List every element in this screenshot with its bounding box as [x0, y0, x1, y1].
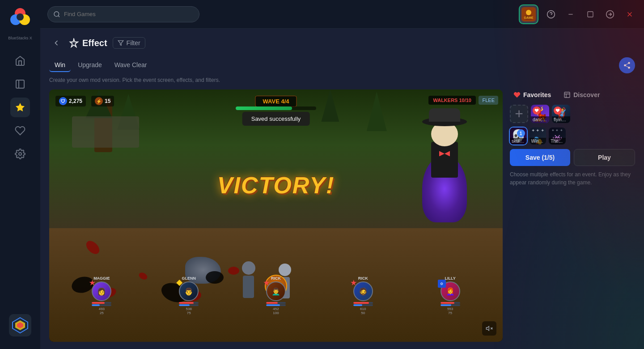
main-content: GAME [40, 0, 644, 349]
svg-point-3 [17, 13, 24, 21]
svg-line-28 [626, 66, 628, 67]
game-area: 🛡 2,275 ⚡ 15 WAVE 4/4 [49, 89, 503, 342]
saved-toast: Saved successfully [242, 112, 310, 126]
topbar-right: GAME [519, 4, 637, 24]
topbar: GAME [40, 0, 644, 29]
forward-button[interactable] [603, 7, 617, 21]
sidebar-item-home[interactable] [10, 51, 30, 71]
bluestacks-bottom-icon [9, 314, 31, 336]
sidebar-item-favorites[interactable] [10, 121, 30, 140]
wave-banner: WAVE 4/4 [255, 96, 297, 107]
resource-energy: ⚡ 15 [91, 96, 114, 106]
bluestacks-logo-text: BlueStacks X [8, 36, 32, 40]
filter-icon [118, 40, 124, 46]
bluestacks-logo [8, 5, 32, 30]
favorites-heart-icon [513, 91, 521, 98]
subtitle: Create your own mod version. Pick the ev… [49, 77, 635, 83]
tab-win[interactable]: Win [49, 59, 71, 72]
flee-badge: FLEE [479, 96, 498, 105]
effect-card-these[interactable]: ✦ ✦ ✦ 👾 These ar... [549, 128, 566, 145]
effect-icon [69, 38, 79, 48]
info-text: Choose multiple effects for an event. En… [510, 170, 635, 187]
svg-point-25 [628, 62, 630, 64]
effects-row-1: + 💃 dancing-l... [510, 105, 635, 123]
back-button[interactable] [49, 36, 64, 50]
resources-display: 🛡 2,275 ⚡ 15 [55, 96, 114, 106]
svg-rect-33 [564, 92, 570, 98]
wave-health-fill [236, 106, 292, 110]
close-button[interactable] [623, 7, 637, 21]
help-button[interactable] [544, 7, 558, 21]
character-rick2: RICK 🧔 610 50 [353, 276, 373, 315]
main-layout: 🛡 2,275 ⚡ 15 WAVE 4/4 [49, 89, 635, 342]
svg-point-5 [19, 153, 21, 155]
search-icon [53, 11, 60, 18]
selected-badge: 1 [517, 129, 525, 137]
header-row: Effect Filter [49, 36, 635, 50]
effect-card-win[interactable]: ✦ ✦ ✦ 🎭 Win of Mi... [530, 128, 547, 145]
characters-row: MAGGIE 👩 493 25 [49, 276, 503, 315]
discover-icon [564, 91, 571, 98]
walkers-badge: WALKERS 10/10 [428, 96, 476, 105]
filter-button[interactable]: Filter [113, 37, 145, 49]
sidebar-item-library[interactable] [10, 74, 30, 94]
svg-rect-19 [588, 12, 593, 17]
play-button[interactable]: Play [574, 149, 635, 166]
share-button[interactable] [619, 57, 635, 73]
search-input[interactable] [64, 11, 194, 17]
character-maggie: MAGGIE 👩 493 25 [92, 276, 111, 315]
wave-health-bar [236, 106, 316, 110]
sidebar: BlueStacks X [0, 0, 40, 349]
supplies-icon: 🛡 [59, 97, 67, 105]
sidebar-item-rewards[interactable] [10, 98, 30, 117]
svg-text:GAME: GAME [524, 16, 534, 19]
right-panel: Favorites Discover + [510, 89, 635, 342]
svg-point-27 [628, 67, 630, 69]
action-buttons: Save (1/5) Play [510, 149, 635, 166]
resource-supplies: 🛡 2,275 [55, 96, 86, 106]
effect-card-dancing[interactable]: 💃 dancing-l... [531, 105, 549, 123]
effect-card-skull[interactable]: 💀 skull-dar... 1 [510, 128, 527, 145]
svg-marker-30 [486, 326, 489, 330]
add-effect-button[interactable]: + [510, 105, 528, 123]
victory-text: VICTORY! [217, 172, 335, 199]
minimize-button[interactable] [564, 7, 578, 21]
svg-point-13 [526, 10, 531, 15]
sidebar-item-settings[interactable] [10, 144, 30, 164]
effects-row-2: 💀 skull-dar... 1 ✦ ✦ ✦ 🎭 [510, 128, 635, 145]
mute-button[interactable] [482, 321, 496, 336]
panel-header: Favorites Discover [510, 89, 635, 100]
mariachi-character [418, 133, 471, 222]
svg-marker-24 [118, 41, 123, 46]
tab-upgrade[interactable]: Upgrade [72, 59, 107, 72]
character-glenn: GLENN 👨 538 75 [179, 276, 199, 315]
panel-tab-favorites[interactable]: Favorites [510, 89, 555, 100]
game-icon[interactable]: GAME [519, 4, 538, 24]
character-lilly: LILLY ⚙ 👩‍🦰 [441, 276, 460, 315]
maximize-button[interactable] [583, 7, 597, 21]
character-rick: RICK 👨‍🦱 452 100 [266, 276, 286, 315]
svg-line-29 [626, 64, 628, 65]
search-bar[interactable] [47, 6, 199, 22]
content-area: Effect Filter Win Upgrade Wave Clear Cre… [40, 29, 644, 349]
panel-tab-discover[interactable]: Discover [560, 89, 603, 100]
svg-point-26 [624, 64, 626, 67]
page-title: Effect [69, 38, 107, 48]
save-button[interactable]: Save (1/5) [510, 149, 570, 166]
svg-line-11 [58, 16, 59, 17]
svg-rect-4 [16, 80, 24, 88]
svg-point-10 [54, 12, 59, 17]
energy-icon: ⚡ [95, 97, 103, 105]
tab-wave-clear[interactable]: Wave Clear [109, 59, 153, 72]
tabs-row: Win Upgrade Wave Clear [49, 57, 635, 73]
effect-card-flying[interactable]: 🦸‍♀️ flying-she... [552, 105, 570, 123]
game-background: 🛡 2,275 ⚡ 15 WAVE 4/4 [49, 89, 503, 342]
